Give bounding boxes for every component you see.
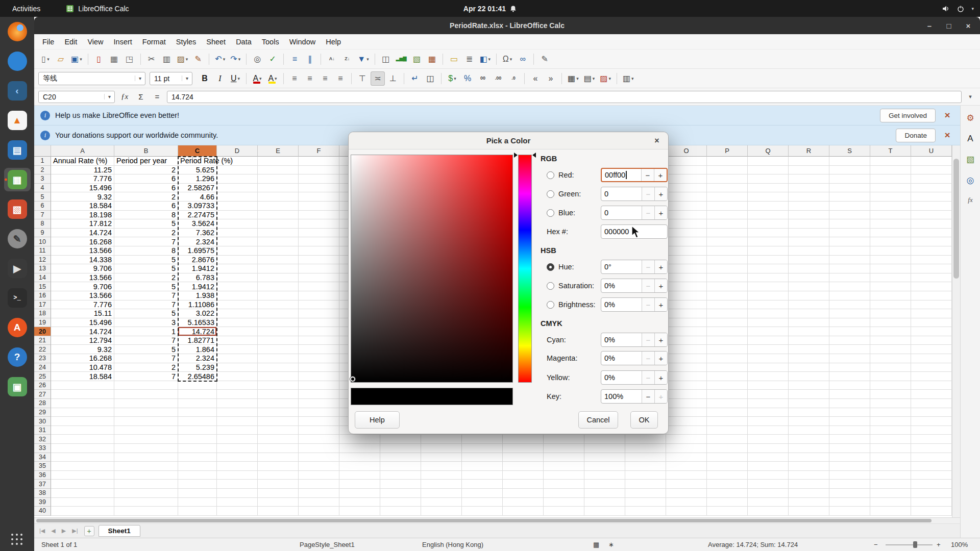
cell-D16[interactable] (217, 291, 258, 300)
zoom-slider-handle[interactable] (913, 541, 917, 548)
cell-R23[interactable] (789, 354, 829, 363)
cell-P40[interactable] (707, 507, 748, 516)
cell-S34[interactable] (829, 453, 870, 462)
cell-F28[interactable] (299, 399, 339, 408)
cell-Q17[interactable] (748, 300, 789, 310)
cell-P38[interactable] (707, 489, 748, 498)
conditional-formatting-button[interactable]: ▥▾ (621, 71, 636, 86)
cell-S9[interactable] (829, 229, 870, 238)
cell-B18[interactable]: 5 (114, 309, 178, 318)
show-draw-functions-button[interactable]: ✎ (537, 52, 552, 66)
menu-insert[interactable]: Insert (109, 36, 137, 48)
cell-D15[interactable] (217, 282, 258, 291)
cell-C28[interactable] (178, 399, 217, 408)
align-top-button[interactable]: ⊤ (355, 71, 370, 86)
cell-R37[interactable] (789, 480, 829, 489)
cell-A17[interactable]: 7.776 (51, 300, 114, 310)
cell-E20[interactable] (258, 327, 299, 336)
cell-A37[interactable] (51, 480, 114, 489)
cell-C29[interactable] (178, 408, 217, 417)
cell-D24[interactable] (217, 363, 258, 372)
cell-E30[interactable] (258, 417, 299, 426)
currency-button[interactable]: $▾ (445, 71, 459, 86)
cell-O28[interactable] (666, 399, 707, 408)
cell-P11[interactable] (707, 246, 748, 256)
cell-F20[interactable] (299, 327, 339, 336)
export-pdf-button[interactable]: ▯ (92, 52, 106, 66)
cell-S30[interactable] (829, 417, 870, 426)
freeze-panes-button[interactable]: ◧▾ (477, 52, 493, 66)
cell-F33[interactable] (299, 444, 339, 453)
brightness-increase-button[interactable]: + (654, 298, 667, 311)
cell-B4[interactable]: 6 (114, 184, 178, 193)
cell-P27[interactable] (707, 390, 748, 399)
cell-E31[interactable] (258, 426, 299, 435)
cell-O26[interactable] (666, 381, 707, 390)
dropdown-arrow-icon[interactable]: ▾ (454, 76, 456, 81)
cell-S5[interactable] (829, 192, 870, 202)
cell-U20[interactable] (911, 327, 952, 336)
cell-D29[interactable] (217, 408, 258, 417)
cell-B24[interactable]: 2 (114, 363, 178, 372)
cell-E22[interactable] (258, 345, 299, 354)
pivot-table-button[interactable]: ▦ (425, 52, 439, 66)
cell-A16[interactable]: 13.566 (51, 291, 114, 300)
cell-O34[interactable] (666, 453, 707, 462)
cell-Q40[interactable] (748, 507, 789, 516)
formula-input[interactable]: 14.724 (167, 91, 962, 103)
cell-B8[interactable]: 5 (114, 219, 178, 229)
cell-A6[interactable]: 18.584 (51, 202, 114, 211)
maximize-button[interactable]: □ (944, 21, 953, 30)
row-header-27[interactable]: 27 (34, 390, 51, 399)
cell-C31[interactable] (178, 426, 217, 435)
clock-menu[interactable]: Apr 22 01:41 (463, 5, 517, 13)
cell-R4[interactable] (789, 184, 829, 193)
cell-T3[interactable] (870, 174, 911, 184)
cell-S2[interactable] (829, 166, 870, 175)
color-field-marker[interactable] (350, 377, 355, 382)
cell-P23[interactable] (707, 354, 748, 363)
cell-O20[interactable] (666, 327, 707, 336)
print-button[interactable]: ▦ (107, 52, 121, 66)
brightness-radio[interactable] (547, 301, 554, 309)
cell-F37[interactable] (299, 480, 339, 489)
cell-F3[interactable] (299, 174, 339, 184)
cell-O2[interactable] (666, 166, 707, 175)
cell-U38[interactable] (911, 489, 952, 498)
cell-B22[interactable]: 5 (114, 345, 178, 354)
hue-marker-left-icon[interactable] (514, 153, 518, 158)
sum-button[interactable]: Σ (134, 91, 148, 103)
cell-I32[interactable] (421, 435, 462, 444)
cell-P10[interactable] (707, 237, 748, 246)
cell-E13[interactable] (258, 264, 299, 273)
cell-C3[interactable]: 1.296 (178, 174, 217, 184)
cell-N34[interactable] (625, 453, 666, 462)
cell-U7[interactable] (911, 211, 952, 220)
close-icon[interactable]: × (941, 110, 954, 121)
cell-B39[interactable] (114, 498, 178, 507)
cell-D11[interactable] (217, 246, 258, 256)
cell-O39[interactable] (666, 498, 707, 507)
cell-F25[interactable] (299, 372, 339, 381)
column-header-F[interactable]: F (299, 145, 339, 157)
cell-R32[interactable] (789, 435, 829, 444)
cell-P25[interactable] (707, 372, 748, 381)
cell-F38[interactable] (299, 489, 339, 498)
cell-O1[interactable] (666, 157, 707, 166)
cell-F11[interactable] (299, 246, 339, 256)
get-involved-button[interactable]: Get involved (880, 109, 936, 122)
green-field[interactable]: 0−+ (601, 187, 668, 201)
cell-T28[interactable] (870, 399, 911, 408)
menu-edit[interactable]: Edit (59, 36, 82, 48)
cell-I40[interactable] (421, 507, 462, 516)
cell-F17[interactable] (299, 300, 339, 310)
cell-E9[interactable] (258, 229, 299, 238)
cell-P17[interactable] (707, 300, 748, 310)
cell-Q3[interactable] (748, 174, 789, 184)
cell-D10[interactable] (217, 237, 258, 246)
cell-U13[interactable] (911, 264, 952, 273)
cell-O35[interactable] (666, 462, 707, 471)
cell-B16[interactable]: 7 (114, 291, 178, 300)
cell-F34[interactable] (299, 453, 339, 462)
cell-Q11[interactable] (748, 246, 789, 256)
